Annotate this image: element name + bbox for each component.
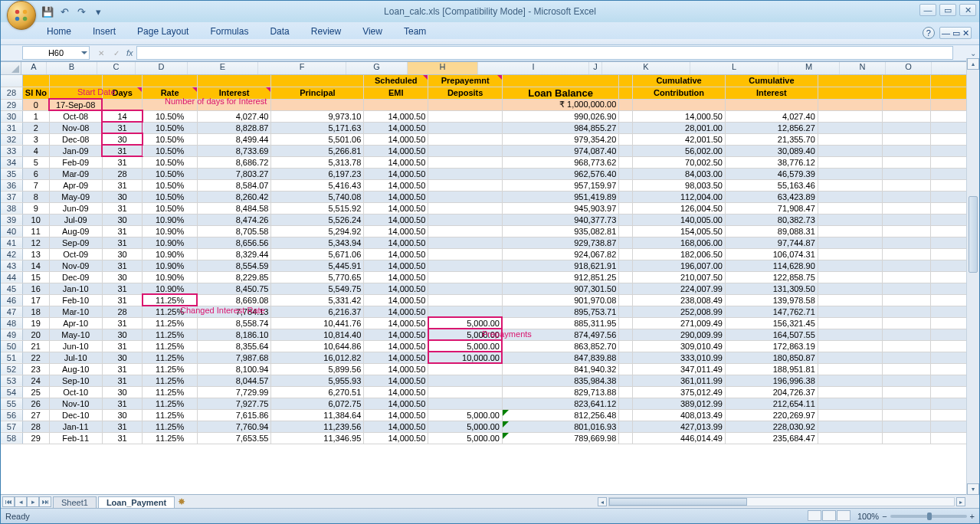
cell[interactable]: 180,850.87 — [725, 352, 818, 363]
cell[interactable]: 11.25% — [143, 386, 197, 398]
col-header[interactable]: F — [258, 62, 346, 74]
cell[interactable]: 154,005.50 — [633, 225, 726, 237]
cell[interactable]: 1 — [22, 110, 49, 122]
row-header[interactable]: 53 — [1, 375, 22, 386]
cell[interactable]: 63,423.89 — [725, 191, 818, 202]
cell[interactable]: 14,000.50 — [364, 110, 428, 122]
cell[interactable] — [818, 421, 882, 432]
cell[interactable] — [882, 398, 930, 409]
cell[interactable] — [619, 133, 633, 145]
cell[interactable]: 11,346.95 — [271, 432, 364, 444]
cell[interactable]: Jun-10 — [49, 340, 102, 352]
cell[interactable] — [197, 75, 271, 87]
cell[interactable] — [143, 75, 197, 87]
cell[interactable]: 25 — [22, 386, 49, 398]
cell[interactable]: 885,311.95 — [502, 317, 618, 329]
cell[interactable]: 13 — [22, 248, 49, 260]
cell[interactable]: 114,628.90 — [725, 260, 818, 271]
cell[interactable]: 4,027.40 — [197, 110, 271, 122]
minimize-button[interactable]: — — [919, 4, 936, 16]
cell[interactable]: 14,000.50 — [364, 340, 428, 352]
cell[interactable] — [428, 133, 503, 145]
cell[interactable]: 14,000.50 — [364, 306, 428, 317]
cell[interactable]: 427,013.99 — [633, 421, 726, 432]
cell[interactable] — [428, 214, 503, 225]
cell[interactable] — [882, 248, 930, 260]
cell[interactable] — [882, 283, 930, 294]
cell[interactable] — [882, 168, 930, 179]
cell[interactable]: 5,955.93 — [271, 375, 364, 386]
tab-home[interactable]: Home — [36, 24, 82, 39]
cell[interactable]: Mar-09 — [49, 168, 102, 179]
cell[interactable] — [818, 306, 882, 317]
cell[interactable]: 106,074.31 — [725, 248, 818, 260]
cell[interactable]: Rate — [143, 87, 197, 99]
cell[interactable]: 10.90% — [143, 214, 197, 225]
cell[interactable]: 17-Sep-08 — [49, 99, 102, 110]
cell[interactable]: 196,996.38 — [725, 375, 818, 386]
cell[interactable]: Interest — [197, 87, 271, 99]
cell[interactable]: 14,000.50 — [364, 133, 428, 145]
cell[interactable]: 30 — [102, 409, 143, 421]
cell[interactable]: 11.25% — [143, 421, 197, 432]
cell[interactable]: Jan-09 — [49, 145, 102, 156]
row-header[interactable]: 38 — [1, 202, 22, 214]
cell[interactable]: Dec-10 — [49, 409, 102, 421]
cell[interactable]: 30 — [102, 191, 143, 202]
col-header[interactable]: H — [408, 62, 478, 74]
cell[interactable]: 235,684.47 — [725, 432, 818, 444]
h-scrollbar[interactable]: ◂ ▸ — [598, 496, 965, 508]
cell[interactable]: 140,005.00 — [633, 214, 726, 225]
cell[interactable] — [882, 202, 930, 214]
cell[interactable] — [619, 260, 633, 271]
cell[interactable]: Sep-10 — [49, 375, 102, 386]
cell[interactable]: Interest — [725, 87, 818, 99]
row-header[interactable]: 47 — [1, 306, 22, 317]
cell[interactable]: 29 — [22, 432, 49, 444]
cell[interactable]: 5,899.56 — [271, 363, 364, 375]
scroll-right-icon[interactable]: ▸ — [956, 497, 965, 506]
cell[interactable]: 31 — [102, 179, 143, 191]
cell[interactable]: 5,770.65 — [271, 271, 364, 283]
cell[interactable] — [619, 237, 633, 248]
cell[interactable] — [882, 225, 930, 237]
cell[interactable]: 28,001.00 — [633, 122, 726, 133]
cell[interactable] — [619, 340, 633, 352]
cell[interactable]: 10.90% — [143, 225, 197, 237]
cell[interactable]: 172,863.19 — [725, 340, 818, 352]
cell[interactable]: 10.90% — [143, 283, 197, 294]
cell[interactable] — [882, 340, 930, 352]
cell[interactable] — [619, 122, 633, 133]
cell[interactable]: 10,000.00 — [428, 352, 503, 363]
cell[interactable] — [619, 329, 633, 340]
cell[interactable] — [428, 225, 503, 237]
cell[interactable]: 907,301.50 — [502, 283, 618, 294]
cell[interactable]: 6,072.75 — [271, 398, 364, 409]
cell[interactable]: 929,738.87 — [502, 237, 618, 248]
cell[interactable]: 126,004.50 — [633, 202, 726, 214]
cell[interactable]: 14,000.50 — [364, 352, 428, 363]
cell[interactable] — [619, 248, 633, 260]
sheet-nav-next-icon[interactable]: ▸ — [27, 496, 39, 507]
cell[interactable] — [619, 294, 633, 306]
cell[interactable]: 8,484.58 — [197, 202, 271, 214]
cell[interactable] — [428, 156, 503, 168]
cell[interactable]: 122,858.75 — [725, 271, 818, 283]
cell[interactable] — [882, 409, 930, 421]
cell[interactable] — [619, 398, 633, 409]
cell[interactable]: 5,526.24 — [271, 214, 364, 225]
cell[interactable]: 14,000.50 — [364, 375, 428, 386]
cell[interactable]: 14,000.50 — [364, 386, 428, 398]
cell[interactable] — [818, 214, 882, 225]
cell[interactable]: 14,000.50 — [364, 432, 428, 444]
cell[interactable]: 14,000.50 — [364, 271, 428, 283]
cell[interactable]: Jun-09 — [49, 202, 102, 214]
cell[interactable]: 30 — [102, 133, 143, 145]
cell[interactable]: 11.25% — [143, 432, 197, 444]
select-all-corner[interactable] — [1, 62, 21, 74]
col-header[interactable]: K — [602, 62, 690, 74]
row-header[interactable]: 45 — [1, 283, 22, 294]
row-header[interactable]: 30 — [1, 110, 22, 122]
cell[interactable]: 8,044.57 — [197, 375, 271, 386]
cell[interactable]: 28 — [102, 168, 143, 179]
